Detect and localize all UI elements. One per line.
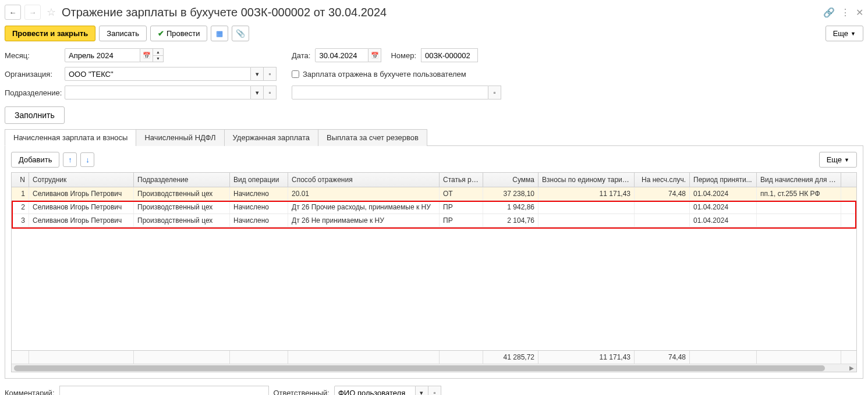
favorite-star-icon[interactable]: ☆ bbox=[47, 6, 56, 19]
attach-button[interactable]: 📎 bbox=[232, 26, 249, 41]
table-cell[interactable]: Дт 26 Прочие расходы, принимаемые к НУ bbox=[288, 201, 440, 213]
move-up-button[interactable]: ↑ bbox=[63, 152, 77, 167]
col-sum[interactable]: Сумма bbox=[483, 173, 538, 187]
table-cell[interactable] bbox=[757, 214, 841, 227]
table-cell[interactable] bbox=[538, 201, 635, 213]
spinner-up-icon[interactable]: ▲ bbox=[153, 49, 163, 56]
responsible-input[interactable] bbox=[334, 386, 416, 395]
table-cell[interactable]: ПР bbox=[440, 201, 483, 213]
table-cell[interactable]: 3 bbox=[12, 214, 29, 227]
table-cell[interactable]: пп.1, ст.255 НК РФ bbox=[757, 187, 841, 200]
calendar-icon[interactable]: 📅 bbox=[140, 48, 153, 62]
post-button[interactable]: ✔ Провести bbox=[150, 26, 208, 41]
extra-open-icon[interactable]: ▫ bbox=[488, 86, 501, 99]
table-cell[interactable]: 11 171,43 bbox=[538, 187, 635, 200]
table-more-button[interactable]: Еще ▼ bbox=[819, 152, 857, 168]
table-cell[interactable]: Селиванов Игорь Петрович bbox=[29, 187, 134, 200]
table-cell[interactable]: Производственный цех bbox=[134, 187, 230, 200]
responsible-open-icon[interactable]: ▫ bbox=[428, 386, 441, 395]
table-cell[interactable] bbox=[538, 214, 635, 227]
kebab-menu-icon[interactable]: ⋮ bbox=[841, 7, 850, 18]
scrollbar-thumb[interactable] bbox=[14, 365, 825, 371]
table-row[interactable]: 2Селиванов Игорь ПетровичПроизводственны… bbox=[12, 201, 856, 214]
table-row[interactable]: 3Селиванов Игорь ПетровичПроизводственны… bbox=[12, 214, 856, 227]
table-cell[interactable]: 01.04.2024 bbox=[690, 187, 757, 200]
dept-input[interactable] bbox=[65, 86, 251, 99]
col-reflection[interactable]: Способ отражения bbox=[288, 173, 440, 187]
post-and-close-button[interactable]: Провести и закрыть bbox=[5, 26, 95, 41]
table-cell[interactable]: Дт 26 Не принимаемые к НУ bbox=[288, 214, 440, 227]
month-spinner[interactable]: ▲ ▼ bbox=[153, 48, 164, 62]
table-cell[interactable]: Начислено bbox=[230, 201, 288, 213]
table-cell[interactable]: Производственный цех bbox=[134, 201, 230, 213]
responsible-label: Ответственный: bbox=[274, 389, 330, 396]
table-cell[interactable]: Селиванов Игорь Петрович bbox=[29, 214, 134, 227]
dept-dropdown-icon[interactable]: ▾ bbox=[251, 86, 264, 99]
save-button[interactable]: Записать bbox=[99, 26, 147, 41]
nav-forward-button[interactable]: → bbox=[24, 5, 41, 20]
col-operation[interactable]: Вид операции bbox=[230, 173, 288, 187]
comment-input[interactable] bbox=[59, 386, 269, 395]
footer-insurance: 74,48 bbox=[635, 351, 690, 364]
table-cell[interactable] bbox=[757, 201, 841, 213]
tab-salary-contributions[interactable]: Начисленная зарплата и взносы bbox=[5, 129, 136, 146]
col-n[interactable]: N bbox=[12, 173, 29, 187]
chevron-down-icon: ▼ bbox=[851, 31, 856, 37]
add-row-button[interactable]: Добавить bbox=[11, 152, 59, 168]
spinner-down-icon[interactable]: ▼ bbox=[153, 56, 163, 62]
paperclip-icon: 📎 bbox=[236, 29, 245, 38]
dept-label: Подразделение: bbox=[5, 88, 60, 97]
table-cell[interactable]: 74,48 bbox=[635, 187, 690, 200]
org-open-icon[interactable]: ▫ bbox=[264, 67, 277, 81]
table-cell[interactable]: Производственный цех bbox=[134, 214, 230, 227]
col-employee[interactable]: Сотрудник bbox=[29, 173, 134, 187]
date-input[interactable] bbox=[315, 48, 369, 62]
table-cell[interactable] bbox=[635, 214, 690, 227]
table-cell[interactable]: 2 bbox=[12, 201, 29, 213]
org-input[interactable] bbox=[65, 67, 251, 81]
move-down-button[interactable]: ↓ bbox=[80, 152, 94, 167]
table-cell[interactable]: 37 238,10 bbox=[483, 187, 538, 200]
dept-open-icon[interactable]: ▫ bbox=[264, 86, 277, 99]
month-input[interactable] bbox=[65, 48, 140, 62]
responsible-dropdown-icon[interactable]: ▾ bbox=[416, 386, 428, 395]
tab-withheld-salary[interactable]: Удержанная зарплата bbox=[224, 129, 318, 146]
horizontal-scrollbar[interactable]: ▶ bbox=[12, 364, 856, 372]
table-cell[interactable]: 2 104,76 bbox=[483, 214, 538, 227]
table-cell[interactable]: ПР bbox=[440, 214, 483, 227]
number-input[interactable] bbox=[421, 48, 478, 62]
table-header: N Сотрудник Подразделение Вид операции С… bbox=[12, 173, 856, 187]
table-cell[interactable]: Начислено bbox=[230, 187, 288, 200]
col-period[interactable]: Период приняти... bbox=[690, 173, 757, 187]
extra-input[interactable] bbox=[292, 86, 488, 99]
fill-button[interactable]: Заполнить bbox=[5, 106, 65, 124]
table-cell[interactable]: 01.04.2024 bbox=[690, 201, 757, 213]
col-contributions[interactable]: Взносы по единому тарифу bbox=[538, 173, 635, 187]
reflected-checkbox[interactable] bbox=[292, 70, 299, 78]
reflected-label: Зарплата отражена в бухучете пользовател… bbox=[303, 70, 466, 79]
org-dropdown-icon[interactable]: ▾ bbox=[251, 67, 264, 81]
table-cell[interactable]: 01.04.2024 bbox=[690, 214, 757, 227]
table-cell[interactable]: 1 bbox=[12, 187, 29, 200]
date-calendar-icon[interactable]: 📅 bbox=[369, 48, 381, 62]
col-accrual-type[interactable]: Вид начисления для нал bbox=[757, 173, 841, 187]
tab-reserves-payment[interactable]: Выплата за счет резервов bbox=[318, 129, 427, 146]
table-cell[interactable]: 20.01 bbox=[288, 187, 440, 200]
link-icon[interactable]: 🔗 bbox=[823, 7, 835, 18]
more-button[interactable]: Еще ▼ bbox=[826, 26, 863, 41]
table-cell[interactable]: Селиванов Игорь Петрович bbox=[29, 201, 134, 213]
tab-ndfl[interactable]: Начисленный НДФЛ bbox=[136, 129, 224, 146]
scroll-right-icon[interactable]: ▶ bbox=[849, 365, 854, 371]
table-cell[interactable]: ОТ bbox=[440, 187, 483, 200]
col-department[interactable]: Подразделение bbox=[134, 173, 230, 187]
close-icon[interactable]: ✕ bbox=[856, 7, 863, 18]
table-cell[interactable]: 1 942,86 bbox=[483, 201, 538, 213]
table-row[interactable]: 1Селиванов Игорь ПетровичПроизводственны… bbox=[12, 187, 856, 201]
table-body: 1Селиванов Игорь ПетровичПроизводственны… bbox=[12, 187, 856, 350]
col-accident-insurance[interactable]: На несч.случ. bbox=[635, 173, 690, 187]
col-article[interactable]: Статья ра... bbox=[440, 173, 483, 187]
nav-back-button[interactable]: ← bbox=[5, 5, 21, 20]
table-cell[interactable]: Начислено bbox=[230, 214, 288, 227]
table-cell[interactable] bbox=[635, 201, 690, 213]
report-button[interactable]: ▦ bbox=[211, 26, 228, 41]
